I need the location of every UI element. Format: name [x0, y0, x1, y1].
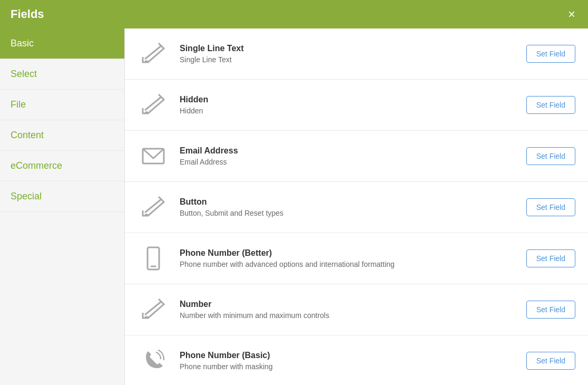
- field-info-phone-number-basic: Phone Number (Basic)Phone number with ma…: [180, 351, 516, 371]
- field-info-email-address: Email AddressEmail Address: [180, 146, 516, 166]
- field-row-number: NumberNumber with minimum and maximum co…: [125, 284, 588, 335]
- field-info-button: ButtonButton, Submit and Reset types: [180, 197, 516, 217]
- set-field-button-number[interactable]: Set Field: [526, 301, 575, 319]
- set-field-button-hidden[interactable]: Set Field: [526, 96, 575, 114]
- field-desc-hidden: Hidden: [180, 107, 516, 115]
- field-row-phone-number-better: Phone Number (Better)Phone number with a…: [125, 233, 588, 284]
- modal-header: Fields ×: [0, 0, 588, 28]
- field-name-phone-number-better: Phone Number (Better): [180, 248, 516, 258]
- field-row-phone-number-basic: Phone Number (Basic)Phone number with ma…: [125, 335, 588, 385]
- set-field-button-single-line-text[interactable]: Set Field: [526, 45, 575, 63]
- field-desc-button: Button, Submit and Reset types: [180, 209, 516, 217]
- field-name-single-line-text: Single Line Text: [180, 44, 516, 53]
- sidebar-item-ecommerce[interactable]: eCommerce: [0, 151, 124, 181]
- field-row-email-address: Email AddressEmail AddressSet Field: [125, 131, 588, 182]
- field-name-hidden: Hidden: [180, 95, 516, 104]
- field-desc-number: Number with minimum and maximum controls: [180, 311, 516, 320]
- field-info-phone-number-better: Phone Number (Better)Phone number with a…: [180, 248, 516, 268]
- pencil-icon: [138, 38, 169, 70]
- field-name-phone-number-basic: Phone Number (Basic): [180, 351, 516, 360]
- pencil-icon: [138, 191, 169, 223]
- field-desc-phone-number-basic: Phone number with masking: [180, 362, 516, 371]
- pencil-icon: [138, 89, 169, 121]
- close-button[interactable]: ×: [566, 8, 577, 21]
- sidebar: BasicSelectFileContenteCommerceSpecial: [0, 28, 125, 385]
- modal-title: Fields: [11, 7, 44, 21]
- field-info-hidden: HiddenHidden: [180, 95, 516, 115]
- field-name-email-address: Email Address: [180, 146, 516, 156]
- sidebar-item-file[interactable]: File: [0, 90, 124, 120]
- set-field-button-phone-number-better[interactable]: Set Field: [526, 249, 575, 267]
- sidebar-item-select[interactable]: Select: [0, 59, 124, 90]
- field-info-number: NumberNumber with minimum and maximum co…: [180, 300, 516, 320]
- phone-icon: [138, 345, 169, 377]
- content-area: Single Line TextSingle Line TextSet Fiel…: [125, 28, 588, 385]
- set-field-button-phone-number-basic[interactable]: Set Field: [526, 352, 575, 370]
- field-info-single-line-text: Single Line TextSingle Line Text: [180, 44, 516, 64]
- field-name-number: Number: [180, 300, 516, 309]
- mobile-icon: [138, 243, 169, 274]
- field-desc-email-address: Email Address: [180, 158, 516, 166]
- field-row-single-line-text: Single Line TextSingle Line TextSet Fiel…: [125, 28, 588, 80]
- field-row-button: ButtonButton, Submit and Reset typesSet …: [125, 182, 588, 233]
- sidebar-item-special[interactable]: Special: [0, 181, 124, 212]
- field-desc-single-line-text: Single Line Text: [180, 55, 516, 64]
- set-field-button-email-address[interactable]: Set Field: [526, 147, 575, 165]
- field-desc-phone-number-better: Phone number with advanced options and i…: [180, 260, 516, 268]
- set-field-button-button[interactable]: Set Field: [526, 198, 575, 216]
- field-name-button: Button: [180, 197, 516, 207]
- envelope-icon: [138, 140, 169, 172]
- modal-body: BasicSelectFileContenteCommerceSpecial S…: [0, 28, 588, 385]
- pencil-icon: [138, 294, 169, 325]
- sidebar-item-basic[interactable]: Basic: [0, 28, 124, 59]
- sidebar-item-content[interactable]: Content: [0, 120, 124, 151]
- field-row-hidden: HiddenHiddenSet Field: [125, 80, 588, 131]
- fields-modal: Fields × BasicSelectFileContenteCommerce…: [0, 0, 588, 385]
